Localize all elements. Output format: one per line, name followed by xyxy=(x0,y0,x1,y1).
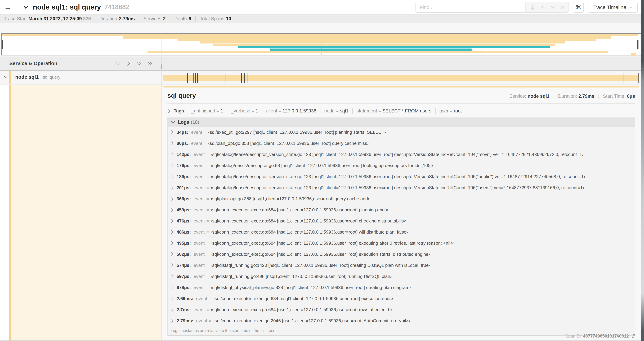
tag-item[interactable]: client = 127.0.0.1:59936 xyxy=(262,108,320,114)
tag-item[interactable]: _unfinished = 1 xyxy=(188,108,227,114)
logs-list: 34μs: event = ‹sql/exec_util.go:2297 [ns… xyxy=(168,127,635,326)
minimap-canvas[interactable] xyxy=(2,33,641,56)
log-row[interactable]: 201μs: event = ‹sql/catalog/lease/descri… xyxy=(168,182,635,193)
chevron-down-icon[interactable] xyxy=(22,4,29,11)
span-color-strip xyxy=(9,85,11,341)
tag-item[interactable]: node = sql1 xyxy=(320,108,353,114)
collapse-all-icon[interactable] xyxy=(136,61,142,66)
log-row[interactable]: 80μs: event = ‹sql/plan_opt.go:358 [nsql… xyxy=(168,138,635,149)
prev-match-icon[interactable] xyxy=(540,5,546,9)
service-operation-label: Service & Operation xyxy=(9,61,57,66)
chevron-right-icon[interactable] xyxy=(171,230,174,234)
detail-header: sql query Service:node sql1Duration:2.79… xyxy=(168,92,635,99)
match-highlight-icon[interactable] xyxy=(530,5,535,10)
chevron-right-icon[interactable] xyxy=(171,241,174,245)
page-header: ← node sql1: sql query 7418682 × ⌘ Trace… xyxy=(0,0,644,15)
link-icon[interactable] xyxy=(631,333,636,338)
log-row[interactable]: 476μs: event = ‹sql/conn_executor_exec.g… xyxy=(168,215,635,226)
minimap-span-bar xyxy=(238,46,550,48)
log-row[interactable]: 366μs: event = ‹sql/plan_opt.go:358 [nsq… xyxy=(168,193,635,204)
trace-main: Service & Operation node sql1sql query xyxy=(0,57,641,341)
chevron-right-icon[interactable] xyxy=(171,219,174,223)
page-title: node sql1: sql query xyxy=(33,3,101,11)
find-input[interactable] xyxy=(416,2,525,12)
log-row[interactable]: 2.69ms: event = ‹sql/conn_executor_exec.… xyxy=(168,293,635,304)
minimap-span-bar xyxy=(212,44,554,46)
tag-item[interactable]: statement = SELECT * FROM users xyxy=(353,108,436,114)
detail-meta-item: Service:node sql1 xyxy=(505,94,554,99)
log-row[interactable]: 176μs: event = ‹sql/catalog/descs/descri… xyxy=(168,160,635,171)
range-handle-right[interactable] xyxy=(637,40,638,49)
span-name-cell[interactable]: node sql1sql query xyxy=(0,71,162,85)
trace-info-item: Duration2.79ms xyxy=(96,16,139,22)
log-marker-tick xyxy=(246,73,246,83)
chevron-right-icon[interactable] xyxy=(171,285,174,290)
logs-count: (18) xyxy=(191,120,199,125)
chevron-right-icon[interactable] xyxy=(171,163,174,168)
minimap-span-bar xyxy=(2,34,638,36)
detail-meta: Service:node sql1Duration:2.79msStart Ti… xyxy=(505,94,635,99)
minimap-span-bar xyxy=(148,51,608,53)
expand-one-icon[interactable] xyxy=(126,61,130,66)
tag-item[interactable]: user = root xyxy=(436,108,466,114)
minimap-span-bar xyxy=(200,41,566,44)
chevron-right-icon[interactable] xyxy=(171,252,174,256)
log-row[interactable]: 34μs: event = ‹sql/exec_util.go:2297 [ns… xyxy=(168,127,635,138)
timeline-axis xyxy=(162,57,641,71)
clear-find-icon[interactable]: × xyxy=(561,4,564,10)
trace-info-item: Depth6 xyxy=(170,16,196,22)
log-row[interactable]: 189μs: event = ‹sql/catalog/lease/descri… xyxy=(168,171,635,182)
tag-item[interactable]: _verbose = 1 xyxy=(227,108,262,114)
chevron-right-icon[interactable] xyxy=(171,307,174,312)
back-button[interactable]: ← xyxy=(0,0,16,14)
log-row[interactable]: 574μs: event = ‹sql/distsql_running.go:1… xyxy=(168,260,635,271)
chevron-down-icon[interactable] xyxy=(171,120,175,124)
span-operation-name: sql query xyxy=(43,75,60,80)
keyboard-shortcuts-button[interactable]: ⌘ xyxy=(573,2,584,13)
collapse-one-icon[interactable] xyxy=(116,62,121,66)
log-marker-tick xyxy=(195,73,196,83)
detail-name-column xyxy=(0,85,162,341)
log-marker-tick xyxy=(248,73,248,83)
log-row[interactable]: 486μs: event = ‹sql/conn_executor_exec.g… xyxy=(168,226,635,238)
tags-row[interactable]: Tags: _unfinished = 1_verbose = 1client … xyxy=(168,108,635,114)
scrollbar[interactable] xyxy=(641,0,644,341)
log-marker-tick xyxy=(226,73,226,83)
log-row[interactable]: 678μs: event = ‹sql/distsql_physical_pla… xyxy=(168,282,635,293)
expand-all-icon[interactable] xyxy=(147,61,152,66)
log-row[interactable]: 2.7ms: event = ‹sql/conn_executor_exec.g… xyxy=(168,304,635,315)
chevron-down-icon[interactable] xyxy=(4,75,8,79)
log-row[interactable]: 597μs: event = ‹sql/distsql_running.go:4… xyxy=(168,271,635,282)
span-service-name[interactable]: node sql1sql query xyxy=(15,74,60,80)
chevron-right-icon[interactable] xyxy=(171,318,174,323)
log-row[interactable]: 142μs: event = ‹sql/catalog/lease/descri… xyxy=(168,149,635,160)
detail-meta-item: Duration:2.79ms xyxy=(554,94,599,99)
span-id-value: 4877749850101760812 xyxy=(583,333,629,338)
chevron-right-icon[interactable] xyxy=(171,208,174,212)
log-row[interactable]: 495μs: event = ‹sql/conn_executor_exec.g… xyxy=(168,238,635,249)
chevron-right-icon[interactable] xyxy=(171,274,174,279)
log-row[interactable]: 2.79ms: event = ‹sql/conn_executor_exec.… xyxy=(168,315,635,326)
log-marker-tick xyxy=(187,73,188,83)
chevron-right-icon[interactable] xyxy=(171,174,174,179)
next-match-icon[interactable] xyxy=(551,5,556,9)
chevron-right-icon[interactable] xyxy=(171,196,174,201)
logs-header[interactable]: Logs (18) xyxy=(168,118,635,127)
trace-title-group[interactable]: node sql1: sql query 7418682 xyxy=(22,3,129,11)
span-duration-bar[interactable] xyxy=(163,75,639,81)
log-row[interactable]: 502μs: event = ‹sql/conn_executor_exec.g… xyxy=(168,249,635,260)
log-row[interactable]: 459μs: event = ‹sql/conn_executor_exec.g… xyxy=(168,204,635,215)
chevron-right-icon[interactable] xyxy=(171,296,174,301)
chevron-right-icon[interactable] xyxy=(171,185,174,190)
range-handle-left[interactable] xyxy=(2,40,3,49)
log-marker-tick xyxy=(169,73,170,83)
trace-timeline-page: ← node sql1: sql query 7418682 × ⌘ Trace… xyxy=(0,0,644,341)
chevron-right-icon[interactable] xyxy=(168,109,170,113)
chevron-right-icon[interactable] xyxy=(171,141,174,146)
view-selector-button[interactable]: Trace Timeline xyxy=(588,2,638,13)
command-icon: ⌘ xyxy=(575,4,581,11)
chevron-right-icon[interactable] xyxy=(171,152,174,157)
find-group: × xyxy=(416,2,569,13)
chevron-right-icon[interactable] xyxy=(171,263,174,267)
chevron-right-icon[interactable] xyxy=(171,130,174,134)
